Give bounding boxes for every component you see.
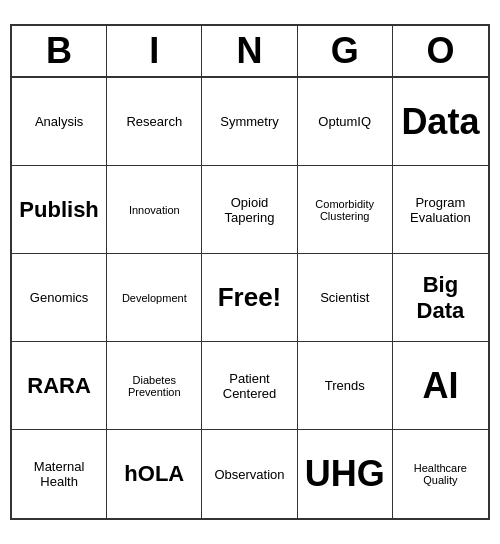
bingo-cell: AI	[393, 342, 488, 430]
bingo-cell: Healthcare Quality	[393, 430, 488, 518]
bingo-cell: Comorbidity Clustering	[298, 166, 393, 254]
bingo-cell: Opioid Tapering	[202, 166, 297, 254]
bingo-cell: Big Data	[393, 254, 488, 342]
bingo-card: BINGO AnalysisResearchSymmetryOptumIQDat…	[10, 24, 490, 520]
bingo-cell: Genomics	[12, 254, 107, 342]
bingo-grid: AnalysisResearchSymmetryOptumIQDataPubli…	[12, 78, 488, 518]
bingo-header-letter: N	[202, 26, 297, 76]
bingo-cell: Maternal Health	[12, 430, 107, 518]
bingo-cell: Patient Centered	[202, 342, 297, 430]
bingo-header-letter: G	[298, 26, 393, 76]
bingo-cell: Free!	[202, 254, 297, 342]
bingo-cell: Symmetry	[202, 78, 297, 166]
bingo-header-letter: I	[107, 26, 202, 76]
bingo-cell: Analysis	[12, 78, 107, 166]
bingo-header-letter: O	[393, 26, 488, 76]
bingo-cell: Program Evaluation	[393, 166, 488, 254]
bingo-cell: Diabetes Prevention	[107, 342, 202, 430]
bingo-cell: hOLA	[107, 430, 202, 518]
bingo-cell: Research	[107, 78, 202, 166]
bingo-cell: OptumIQ	[298, 78, 393, 166]
bingo-cell: Development	[107, 254, 202, 342]
bingo-header-letter: B	[12, 26, 107, 76]
bingo-cell: Observation	[202, 430, 297, 518]
bingo-cell: RARA	[12, 342, 107, 430]
bingo-cell: Data	[393, 78, 488, 166]
bingo-cell: Publish	[12, 166, 107, 254]
bingo-cell: Scientist	[298, 254, 393, 342]
bingo-header: BINGO	[12, 26, 488, 78]
bingo-cell: UHG	[298, 430, 393, 518]
bingo-cell: Trends	[298, 342, 393, 430]
bingo-cell: Innovation	[107, 166, 202, 254]
